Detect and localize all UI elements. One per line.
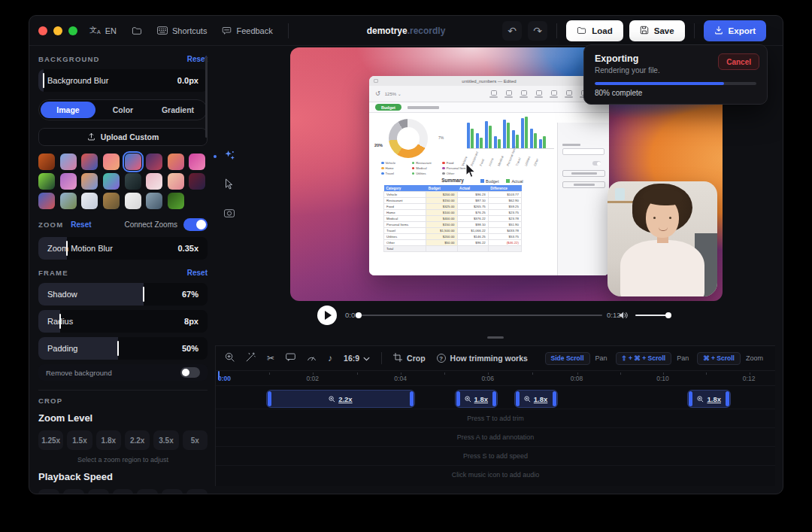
zoom-region-block[interactable]: 2.2x	[266, 390, 415, 408]
background-swatch[interactable]	[125, 193, 141, 209]
cursor-tool-button[interactable]	[221, 177, 238, 193]
background-swatch[interactable]	[125, 173, 141, 190]
padding-slider[interactable]: Padding50%	[38, 337, 208, 360]
seek-handle[interactable]	[356, 312, 362, 318]
option-1.5x[interactable]: 1.5x	[137, 489, 158, 494]
upload-custom-button[interactable]: Upload Custom	[38, 128, 208, 146]
shadow-slider[interactable]: Shadow67%	[38, 283, 208, 306]
fullscreen-button[interactable]	[68, 26, 77, 35]
option-0.75x[interactable]: 0.75x	[88, 489, 109, 494]
language-switcher[interactable]: 文A EN	[89, 26, 117, 35]
cancel-export-button[interactable]: Cancel	[718, 53, 759, 70]
option-1.25x[interactable]: 1.25x	[38, 430, 63, 450]
option-2x[interactable]: 2x	[186, 489, 208, 494]
background-swatch[interactable]	[168, 154, 184, 170]
option-1.8x[interactable]: 1.8x	[96, 430, 121, 450]
background-swatch[interactable]	[81, 193, 98, 209]
background-swatch[interactable]	[103, 154, 120, 170]
zoom-region-block[interactable]: 1.8x	[455, 390, 498, 408]
effects-tool-button[interactable]	[221, 148, 238, 165]
timeline-tracks[interactable]: 2.2x1.8x1.8x1.8x Press T to add trimPres…	[216, 386, 775, 486]
save-button[interactable]: Save	[629, 20, 685, 41]
background-swatch[interactable]	[60, 154, 77, 170]
frame-reset-link[interactable]: Reset	[187, 269, 208, 277]
option-1.75x[interactable]: 1.75x	[162, 489, 183, 494]
zoom-region-block[interactable]: 1.8x	[514, 390, 558, 408]
background-tab-color[interactable]: Color	[95, 102, 150, 118]
panel-resize-handle[interactable]	[487, 336, 504, 339]
minimize-button[interactable]	[53, 26, 62, 35]
slider-handle[interactable]	[43, 73, 44, 88]
close-button[interactable]	[38, 26, 47, 35]
undo-button[interactable]: ↶	[502, 21, 522, 41]
crop-button[interactable]: Crop	[393, 353, 426, 363]
background-swatch[interactable]	[38, 154, 55, 170]
timeline-zoom-button[interactable]	[225, 352, 235, 364]
timeline-ruler[interactable]: 0:000:020:040:060:080:100:12	[216, 371, 775, 386]
background-blur-slider[interactable]: Background Blur 0.0px	[38, 69, 208, 92]
background-swatch[interactable]	[168, 173, 184, 190]
region-handle-left[interactable]	[268, 391, 271, 406]
background-swatch[interactable]	[125, 154, 141, 170]
background-tab-image[interactable]: Image	[41, 102, 95, 118]
option-1.25x[interactable]: 1.25x	[113, 489, 134, 494]
trim-button[interactable]: ✂	[267, 353, 274, 363]
region-handle-left[interactable]	[689, 391, 692, 406]
option-1.5x[interactable]: 1.5x	[67, 430, 92, 450]
auto-zoom-button[interactable]	[246, 352, 256, 364]
music-button[interactable]: ♪	[328, 353, 332, 363]
region-handle-left[interactable]	[456, 391, 460, 406]
export-button[interactable]: Export	[704, 20, 766, 41]
option-3.5x[interactable]: 3.5x	[153, 430, 178, 450]
speed-button[interactable]	[307, 353, 317, 363]
background-swatch[interactable]	[146, 173, 162, 190]
annotation-button[interactable]	[286, 353, 295, 363]
aspect-ratio-select[interactable]: 16:9	[344, 354, 370, 363]
zoom-reset-link[interactable]: Reset	[71, 220, 91, 229]
background-swatch[interactable]	[103, 173, 120, 190]
volume-slider[interactable]	[635, 315, 668, 316]
camera-tool-button[interactable]	[221, 205, 238, 222]
how-trimming-works-link[interactable]: ? How trimming works	[437, 354, 528, 363]
background-swatch[interactable]	[168, 193, 184, 209]
background-swatch[interactable]	[146, 154, 162, 170]
webcam-overlay[interactable]	[607, 181, 717, 296]
option-0.25x[interactable]: 0.25x	[38, 489, 59, 494]
background-swatch[interactable]	[81, 154, 98, 170]
seek-bar[interactable]	[357, 315, 602, 316]
load-button[interactable]: Load	[566, 20, 623, 41]
option-2.2x[interactable]: 2.2x	[125, 430, 150, 450]
feedback-button[interactable]: Feedback	[222, 26, 272, 35]
zoom-motion-blur-slider[interactable]: Zoom Motion Blur 0.35x	[38, 237, 208, 260]
slider-handle[interactable]	[117, 341, 119, 356]
region-handle-right[interactable]	[492, 391, 496, 406]
radius-slider[interactable]: Radius8px	[38, 310, 208, 333]
background-swatch[interactable]	[189, 154, 205, 170]
volume-handle[interactable]	[665, 312, 671, 318]
background-swatch[interactable]	[60, 193, 77, 209]
option-0.5x[interactable]: 0.5x	[63, 489, 84, 494]
background-swatch[interactable]	[81, 173, 98, 190]
background-swatch[interactable]	[189, 173, 205, 190]
redo-button[interactable]: ↷	[528, 21, 547, 41]
shortcuts-button[interactable]: Shortcuts	[157, 26, 207, 35]
play-button[interactable]	[317, 306, 337, 325]
background-swatch[interactable]	[103, 193, 120, 209]
background-swatch[interactable]	[146, 193, 162, 209]
background-swatch[interactable]	[60, 173, 77, 190]
background-tab-gradient[interactable]: Gradient	[150, 102, 205, 118]
region-handle-right[interactable]	[726, 391, 729, 406]
background-swatch[interactable]	[38, 193, 55, 209]
speaker-icon[interactable]	[619, 309, 629, 323]
region-handle-right[interactable]	[553, 391, 556, 406]
sidebar-scrollbar[interactable]	[205, 56, 208, 138]
remove-background-toggle[interactable]	[180, 367, 200, 378]
background-swatch[interactable]	[38, 173, 55, 190]
background-reset-link[interactable]: Reset	[187, 55, 208, 63]
region-handle-left[interactable]	[516, 391, 520, 406]
option-5x[interactable]: 5x	[183, 430, 208, 450]
connect-zooms-toggle[interactable]	[183, 218, 208, 231]
region-handle-right[interactable]	[410, 391, 414, 406]
projects-button[interactable]	[132, 26, 142, 35]
slider-handle[interactable]	[143, 287, 144, 302]
